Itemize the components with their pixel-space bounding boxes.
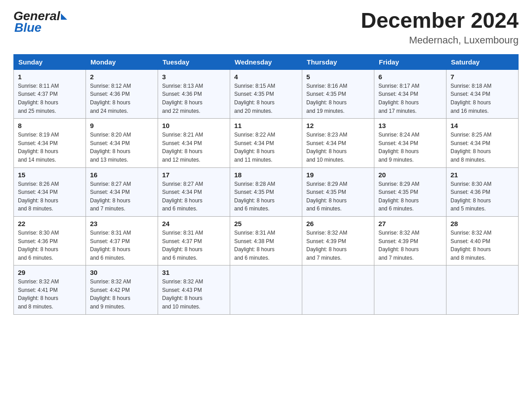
calendar-cell: 23Sunrise: 8:31 AMSunset: 4:37 PMDayligh… xyxy=(86,216,158,265)
header-friday: Friday xyxy=(374,54,446,69)
day-number: 16 xyxy=(90,171,154,179)
day-info: Sunrise: 8:18 AMSunset: 4:34 PMDaylight:… xyxy=(450,82,514,115)
day-number: 27 xyxy=(378,220,442,227)
header-sunday: Sunday xyxy=(14,54,86,69)
calendar-cell: 1Sunrise: 8:11 AMSunset: 4:37 PMDaylight… xyxy=(14,69,86,118)
day-info: Sunrise: 8:29 AMSunset: 4:35 PMDaylight:… xyxy=(306,180,370,213)
calendar-cell: 26Sunrise: 8:32 AMSunset: 4:39 PMDayligh… xyxy=(302,216,374,265)
day-number: 13 xyxy=(378,122,442,129)
day-info: Sunrise: 8:31 AMSunset: 4:37 PMDaylight:… xyxy=(162,229,226,262)
calendar-cell: 4Sunrise: 8:15 AMSunset: 4:35 PMDaylight… xyxy=(230,69,302,118)
logo-blue-text: Blue xyxy=(13,21,42,35)
month-title: December 2024 xyxy=(361,9,519,33)
calendar-cell: 14Sunrise: 8:25 AMSunset: 4:34 PMDayligh… xyxy=(446,119,519,167)
day-number: 10 xyxy=(162,122,226,129)
calendar-cell: 28Sunrise: 8:32 AMSunset: 4:40 PMDayligh… xyxy=(446,216,519,265)
day-number: 23 xyxy=(90,220,154,227)
day-info: Sunrise: 8:11 AMSunset: 4:37 PMDaylight:… xyxy=(18,82,82,115)
day-info: Sunrise: 8:30 AMSunset: 4:36 PMDaylight:… xyxy=(450,180,514,213)
calendar-cell: 3Sunrise: 8:13 AMSunset: 4:36 PMDaylight… xyxy=(158,69,230,118)
calendar-cell: 8Sunrise: 8:19 AMSunset: 4:34 PMDaylight… xyxy=(14,119,86,167)
day-info: Sunrise: 8:23 AMSunset: 4:34 PMDaylight:… xyxy=(306,131,370,164)
day-info: Sunrise: 8:27 AMSunset: 4:34 PMDaylight:… xyxy=(90,180,154,213)
title-block: December 2024 Medernach, Luxembourg xyxy=(361,9,519,46)
day-number: 19 xyxy=(306,171,370,179)
calendar-week-row: 8Sunrise: 8:19 AMSunset: 4:34 PMDaylight… xyxy=(14,119,519,167)
day-number: 2 xyxy=(90,73,154,81)
day-number: 24 xyxy=(162,220,226,227)
day-info: Sunrise: 8:21 AMSunset: 4:34 PMDaylight:… xyxy=(162,131,226,164)
day-number: 28 xyxy=(450,220,514,227)
calendar-cell: 16Sunrise: 8:27 AMSunset: 4:34 PMDayligh… xyxy=(86,167,158,216)
calendar-cell: 12Sunrise: 8:23 AMSunset: 4:34 PMDayligh… xyxy=(302,119,374,167)
day-number: 3 xyxy=(162,73,226,81)
day-info: Sunrise: 8:17 AMSunset: 4:34 PMDaylight:… xyxy=(378,82,442,115)
calendar-cell xyxy=(302,265,374,314)
calendar-week-row: 29Sunrise: 8:32 AMSunset: 4:41 PMDayligh… xyxy=(14,265,519,314)
day-info: Sunrise: 8:32 AMSunset: 4:40 PMDaylight:… xyxy=(450,229,514,262)
calendar-cell: 27Sunrise: 8:32 AMSunset: 4:39 PMDayligh… xyxy=(374,216,446,265)
day-number: 25 xyxy=(234,220,298,227)
day-number: 21 xyxy=(450,171,514,179)
day-number: 11 xyxy=(234,122,298,129)
day-info: Sunrise: 8:31 AMSunset: 4:38 PMDaylight:… xyxy=(234,229,298,262)
day-number: 8 xyxy=(18,122,82,129)
day-info: Sunrise: 8:32 AMSunset: 4:39 PMDaylight:… xyxy=(306,229,370,262)
day-number: 14 xyxy=(450,122,514,129)
calendar-cell: 20Sunrise: 8:29 AMSunset: 4:35 PMDayligh… xyxy=(374,167,446,216)
day-info: Sunrise: 8:32 AMSunset: 4:41 PMDaylight:… xyxy=(18,278,82,311)
calendar-cell: 6Sunrise: 8:17 AMSunset: 4:34 PMDaylight… xyxy=(374,69,446,118)
day-number: 9 xyxy=(90,122,154,129)
day-info: Sunrise: 8:29 AMSunset: 4:35 PMDaylight:… xyxy=(378,180,442,213)
logo-triangle-icon xyxy=(61,13,67,20)
day-info: Sunrise: 8:32 AMSunset: 4:42 PMDaylight:… xyxy=(90,278,154,311)
calendar-cell: 18Sunrise: 8:28 AMSunset: 4:35 PMDayligh… xyxy=(230,167,302,216)
day-info: Sunrise: 8:13 AMSunset: 4:36 PMDaylight:… xyxy=(162,82,226,115)
page-header: General Blue December 2024 Medernach, Lu… xyxy=(13,9,519,46)
calendar-cell: 5Sunrise: 8:16 AMSunset: 4:35 PMDaylight… xyxy=(302,69,374,118)
calendar-week-row: 22Sunrise: 8:30 AMSunset: 4:36 PMDayligh… xyxy=(14,216,519,265)
calendar-cell: 13Sunrise: 8:24 AMSunset: 4:34 PMDayligh… xyxy=(374,119,446,167)
header-wednesday: Wednesday xyxy=(230,54,302,69)
day-info: Sunrise: 8:20 AMSunset: 4:34 PMDaylight:… xyxy=(90,131,154,164)
calendar-week-row: 15Sunrise: 8:26 AMSunset: 4:34 PMDayligh… xyxy=(14,167,519,216)
logo: General Blue xyxy=(13,9,67,35)
calendar-cell: 19Sunrise: 8:29 AMSunset: 4:35 PMDayligh… xyxy=(302,167,374,216)
calendar-table: SundayMondayTuesdayWednesdayThursdayFrid… xyxy=(13,54,519,315)
day-number: 20 xyxy=(378,171,442,179)
day-number: 15 xyxy=(18,171,82,179)
calendar-cell: 31Sunrise: 8:32 AMSunset: 4:43 PMDayligh… xyxy=(158,265,230,314)
day-number: 4 xyxy=(234,73,298,81)
calendar-cell: 15Sunrise: 8:26 AMSunset: 4:34 PMDayligh… xyxy=(14,167,86,216)
calendar-header-row: SundayMondayTuesdayWednesdayThursdayFrid… xyxy=(14,54,519,69)
day-info: Sunrise: 8:25 AMSunset: 4:34 PMDaylight:… xyxy=(450,131,514,164)
calendar-cell: 30Sunrise: 8:32 AMSunset: 4:42 PMDayligh… xyxy=(86,265,158,314)
day-number: 5 xyxy=(306,73,370,81)
day-info: Sunrise: 8:26 AMSunset: 4:34 PMDaylight:… xyxy=(18,180,82,213)
day-number: 6 xyxy=(378,73,442,81)
header-thursday: Thursday xyxy=(302,54,374,69)
day-number: 7 xyxy=(450,73,514,81)
calendar-cell: 29Sunrise: 8:32 AMSunset: 4:41 PMDayligh… xyxy=(14,265,86,314)
calendar-cell: 17Sunrise: 8:27 AMSunset: 4:34 PMDayligh… xyxy=(158,167,230,216)
header-monday: Monday xyxy=(86,54,158,69)
calendar-cell: 2Sunrise: 8:12 AMSunset: 4:36 PMDaylight… xyxy=(86,69,158,118)
calendar-cell xyxy=(230,265,302,314)
day-number: 29 xyxy=(18,269,82,276)
day-number: 22 xyxy=(18,220,82,227)
calendar-cell: 21Sunrise: 8:30 AMSunset: 4:36 PMDayligh… xyxy=(446,167,519,216)
calendar-cell: 10Sunrise: 8:21 AMSunset: 4:34 PMDayligh… xyxy=(158,119,230,167)
day-number: 26 xyxy=(306,220,370,227)
day-info: Sunrise: 8:22 AMSunset: 4:34 PMDaylight:… xyxy=(234,131,298,164)
location-text: Medernach, Luxembourg xyxy=(361,34,519,46)
day-number: 12 xyxy=(306,122,370,129)
day-info: Sunrise: 8:27 AMSunset: 4:34 PMDaylight:… xyxy=(162,180,226,213)
day-info: Sunrise: 8:16 AMSunset: 4:35 PMDaylight:… xyxy=(306,82,370,115)
calendar-week-row: 1Sunrise: 8:11 AMSunset: 4:37 PMDaylight… xyxy=(14,69,519,118)
calendar-cell: 25Sunrise: 8:31 AMSunset: 4:38 PMDayligh… xyxy=(230,216,302,265)
calendar-cell xyxy=(446,265,519,314)
day-number: 17 xyxy=(162,171,226,179)
day-number: 1 xyxy=(18,73,82,81)
day-info: Sunrise: 8:30 AMSunset: 4:36 PMDaylight:… xyxy=(18,229,82,262)
header-saturday: Saturday xyxy=(446,54,519,69)
